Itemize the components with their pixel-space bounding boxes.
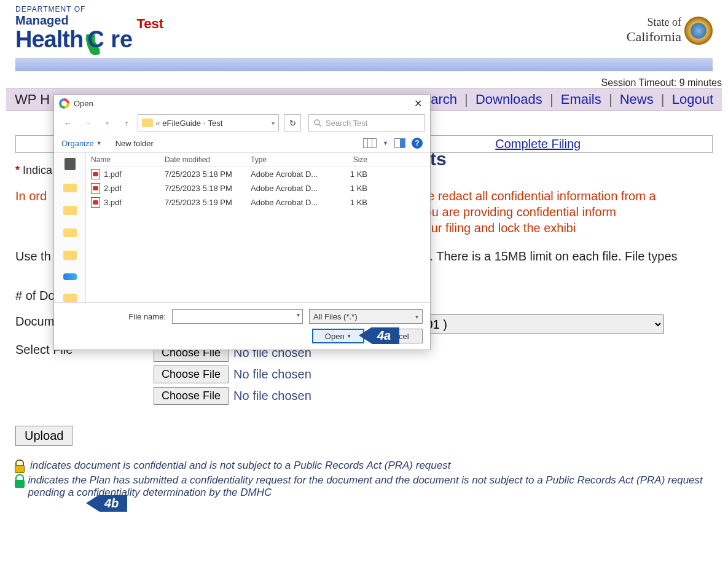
file-list: Name Date modified Type Size 1.pdf7/25/2…: [86, 153, 430, 302]
header-divider: [15, 58, 713, 71]
file-input-3: Choose File No file chosen: [154, 386, 311, 406]
legend-line-2: indicates the Plan has submitted a confi…: [28, 474, 713, 499]
drive-icon: [65, 158, 76, 170]
file-name-label: File name:: [61, 312, 166, 321]
lock-green-icon: [15, 474, 22, 487]
dialog-open-button[interactable]: Open ▼: [312, 329, 364, 343]
nav-left-truncated: WP H: [15, 92, 50, 108]
svg-point-0: [315, 120, 319, 125]
folder-icon: [63, 229, 77, 237]
callout-4b: 4b: [86, 495, 127, 505]
new-folder-button[interactable]: New folder: [115, 139, 154, 148]
nav-sep: |: [464, 92, 468, 107]
state-block: State of California: [627, 16, 713, 45]
session-timeout: Session Timeout: 9 minutes: [0, 71, 728, 88]
nav-logout[interactable]: Logout: [672, 92, 713, 107]
logo-managed: Managed: [15, 14, 69, 28]
pdf-icon: [91, 197, 100, 208]
state-text: State of California: [627, 16, 681, 45]
logo-care: C re: [87, 26, 133, 52]
nav-recent-button[interactable]: ▾: [98, 114, 115, 131]
file-list-header[interactable]: Name Date modified Type Size: [86, 153, 430, 167]
folder-icon: [63, 206, 77, 214]
tab-complete-filing[interactable]: Complete Filing: [495, 137, 581, 151]
preview-pane-icon[interactable]: [394, 138, 405, 148]
dmhc-logo: DEPARTMENT OF Managed Test HealthC re: [15, 5, 133, 57]
svg-line-1: [319, 124, 321, 127]
view-dropdown-icon[interactable]: ▼: [383, 140, 388, 146]
view-details-icon[interactable]: [363, 138, 377, 148]
nav-back-button[interactable]: ←: [59, 114, 76, 131]
choose-file-button-2[interactable]: Choose File: [154, 366, 229, 383]
folder-icon: [63, 294, 77, 302]
chrome-icon: [59, 98, 69, 109]
file-row[interactable]: 2.pdf7/25/2023 5:18 PMAdobe Acrobat D...…: [86, 181, 430, 195]
folder-icon: [142, 119, 153, 127]
refresh-button[interactable]: ↻: [284, 114, 301, 131]
file-row[interactable]: 3.pdf7/25/2023 5:19 PMAdobe Acrobat D...…: [86, 195, 430, 209]
cloud-icon: [63, 273, 77, 280]
nav-downloads[interactable]: Downloads: [476, 92, 542, 107]
help-icon[interactable]: ?: [412, 138, 423, 149]
folder-icon: [63, 184, 77, 192]
organize-menu[interactable]: Organize ▼: [61, 139, 102, 148]
nav-news[interactable]: News: [620, 92, 654, 107]
file-row[interactable]: 1.pdf7/25/2023 5:18 PMAdobe Acrobat D...…: [86, 167, 430, 181]
file-type-select[interactable]: All Files (*.*)▾: [309, 309, 423, 324]
logo-health: Health: [15, 26, 83, 52]
folder-icon: [63, 251, 77, 259]
legend: indicates document is confidential and i…: [15, 460, 713, 499]
callout-4a: 4a: [359, 327, 399, 344]
pdf-icon: [91, 183, 100, 194]
search-icon: [314, 119, 322, 127]
header: DEPARTMENT OF Managed Test HealthC re St…: [0, 0, 728, 57]
legend-line-1: indicates document is confidential and i…: [30, 460, 450, 472]
file-input-2: Choose File No file chosen: [154, 364, 311, 385]
address-bar[interactable]: « eFileGuide › Test ▾: [138, 114, 279, 131]
lock-yellow-icon: [15, 460, 24, 472]
upload-button[interactable]: Upload: [15, 426, 72, 446]
dialog-search-input[interactable]: Search Test: [308, 114, 425, 131]
file-name-input[interactable]: ▾: [172, 309, 303, 324]
nav-emails[interactable]: Emails: [561, 92, 601, 107]
dialog-close-button[interactable]: ✕: [410, 98, 425, 109]
no-file-text-3: No file chosen: [233, 389, 311, 403]
state-seal-icon: [684, 17, 713, 45]
dialog-title: Open: [74, 99, 93, 108]
no-file-text-2: No file chosen: [233, 367, 311, 381]
choose-file-button-3[interactable]: Choose File: [154, 387, 229, 405]
file-open-dialog: Open ✕ ← → ▾ ↑ « eFileGuide › Test ▾ ↻ S…: [53, 95, 431, 350]
nav-forward-button[interactable]: →: [79, 114, 96, 131]
pdf-icon: [91, 169, 100, 179]
logo-dept-line: DEPARTMENT OF: [15, 5, 133, 14]
logo-test-badge: Test: [136, 16, 163, 32]
folder-tree[interactable]: [54, 153, 86, 302]
nav-up-button[interactable]: ↑: [118, 114, 135, 131]
